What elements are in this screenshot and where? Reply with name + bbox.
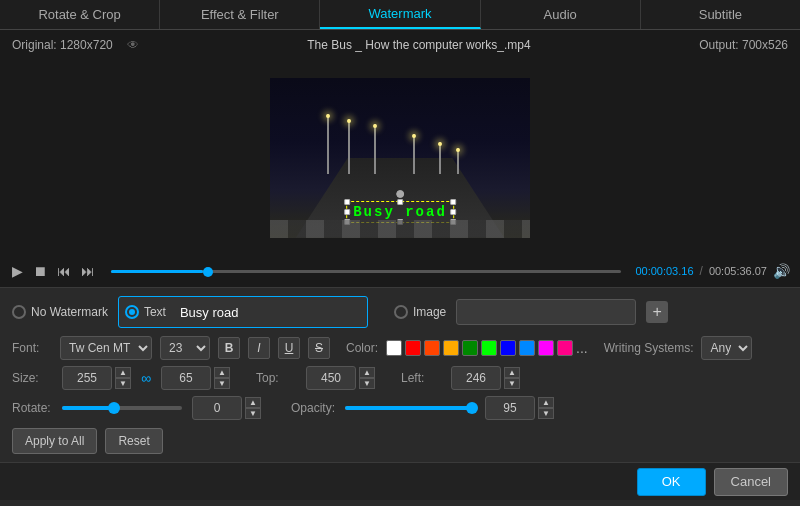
rotate-down[interactable]: ▼ [245,408,261,419]
image-path-input[interactable] [456,299,636,325]
color-red[interactable] [405,340,421,356]
watermark-text-input[interactable] [172,299,361,325]
color-orange-red[interactable] [424,340,440,356]
rotate-row: Rotate: ▲ ▼ Opacity: ▲ ▼ [12,396,788,420]
resize-handle-tr[interactable] [450,199,456,205]
streetlight-3 [374,124,376,174]
progress-bar[interactable] [111,270,621,273]
more-colors-button[interactable]: ... [576,340,588,356]
opacity-thumb[interactable] [466,402,478,414]
link-dimensions-icon[interactable]: ∞ [141,370,151,386]
tab-subtitle[interactable]: Subtitle [641,0,800,29]
strikethrough-button[interactable]: S [308,337,330,359]
left-down[interactable]: ▼ [504,378,520,389]
font-size-select[interactable]: 23 [160,336,210,360]
left-label: Left: [401,371,441,385]
color-pink[interactable] [557,340,573,356]
font-family-select[interactable]: Tw Cen MT [60,336,152,360]
volume-icon[interactable]: 🔊 [773,263,790,279]
color-light-blue[interactable] [519,340,535,356]
filename: The Bus _ How the computer works_.mp4 [307,38,530,52]
play-button[interactable]: ▶ [10,261,25,281]
width-up[interactable]: ▲ [115,367,131,378]
timeline: ▶ ⏹ ⏮ ⏭ 00:00:03.16 / 00:05:36.07 🔊 [0,255,800,287]
height-spinners: ▲ ▼ [214,367,230,389]
resize-handle-tl[interactable] [344,199,350,205]
width-input[interactable] [62,366,112,390]
size-label: Size: [12,371,52,385]
bold-button[interactable]: B [218,337,240,359]
color-blue[interactable] [500,340,516,356]
image-watermark-option[interactable]: Image [394,305,446,319]
resize-handle-l[interactable] [344,209,350,215]
left-spinners: ▲ ▼ [504,367,520,389]
width-down[interactable]: ▼ [115,378,131,389]
eye-icon[interactable]: 👁 [127,38,139,52]
resize-handle-center[interactable] [396,190,404,198]
italic-button[interactable]: I [248,337,270,359]
font-row: Font: Tw Cen MT 23 B I U S Color: ... Wr… [12,336,788,360]
writing-systems-select[interactable]: Any [701,336,752,360]
progress-filled [111,270,203,273]
rotate-thumb[interactable] [108,402,120,414]
bottom-bar: OK Cancel [0,462,800,500]
tab-watermark[interactable]: Watermark [320,0,480,29]
tab-audio[interactable]: Audio [481,0,641,29]
text-watermark-label: Text [144,305,166,319]
no-watermark-option[interactable]: No Watermark [12,305,108,319]
reset-button[interactable]: Reset [105,428,162,454]
rotate-fill [62,406,110,410]
color-white[interactable] [386,340,402,356]
action-row: Apply to All Reset [12,428,788,454]
watermark-type-row: No Watermark Text Image + [12,296,788,328]
underline-button[interactable]: U [278,337,300,359]
tab-effect-filter[interactable]: Effect & Filter [160,0,320,29]
no-watermark-radio[interactable] [12,305,26,319]
top-input[interactable] [306,366,356,390]
color-orange[interactable] [443,340,459,356]
text-watermark-option[interactable]: Text [125,305,166,319]
resize-handle-t[interactable] [397,199,403,205]
opacity-label: Opacity: [291,401,335,415]
streetlight-1 [327,114,329,174]
top-spinners: ▲ ▼ [359,367,375,389]
image-watermark-radio[interactable] [394,305,408,319]
no-watermark-label: No Watermark [31,305,108,319]
color-dark-green[interactable] [462,340,478,356]
progress-thumb[interactable] [203,267,213,277]
apply-to-all-button[interactable]: Apply to All [12,428,97,454]
ok-button[interactable]: OK [637,468,706,496]
height-up[interactable]: ▲ [214,367,230,378]
color-magenta[interactable] [538,340,554,356]
opacity-down[interactable]: ▼ [538,408,554,419]
top-down[interactable]: ▼ [359,378,375,389]
opacity-input[interactable] [485,396,535,420]
cancel-button[interactable]: Cancel [714,468,788,496]
video-area: Busy road [0,60,800,255]
prev-frame-button[interactable]: ⏮ [55,261,73,281]
color-label: Color: [346,341,378,355]
color-swatches: ... [386,340,588,356]
rotate-slider[interactable] [62,406,182,410]
color-green[interactable] [481,340,497,356]
resize-handle-r[interactable] [450,209,456,215]
top-up[interactable]: ▲ [359,367,375,378]
height-down[interactable]: ▼ [214,378,230,389]
next-frame-button[interactable]: ⏭ [79,261,97,281]
rotate-up[interactable]: ▲ [245,397,261,408]
rotate-input[interactable] [192,396,242,420]
left-input[interactable] [451,366,501,390]
text-watermark-radio[interactable] [125,305,139,319]
info-bar: Original: 1280x720 👁 The Bus _ How the c… [0,30,800,60]
left-up[interactable]: ▲ [504,367,520,378]
stop-button[interactable]: ⏹ [31,261,49,281]
add-image-button[interactable]: + [646,301,668,323]
opacity-slider[interactable] [345,406,475,410]
height-input[interactable] [161,366,211,390]
tab-rotate-crop[interactable]: Rotate & Crop [0,0,160,29]
opacity-up[interactable]: ▲ [538,397,554,408]
output-resolution: Output: 700x526 [699,38,788,52]
left-input-group: ▲ ▼ [451,366,520,390]
opacity-spinners: ▲ ▼ [538,397,554,419]
width-spinners: ▲ ▼ [115,367,131,389]
